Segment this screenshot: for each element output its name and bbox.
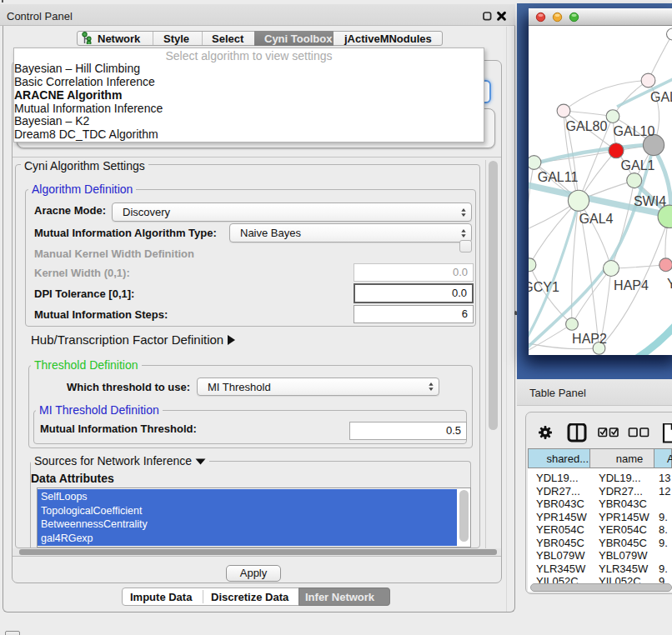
svg-text:GAL7: GAL7	[650, 90, 672, 104]
svg-text:GAL10: GAL10	[614, 124, 655, 138]
svg-text:GAL1: GAL1	[621, 158, 655, 172]
svg-text:HAP4: HAP4	[614, 278, 649, 292]
svg-text:GCY1: GCY1	[529, 280, 559, 294]
svg-text:GAL4: GAL4	[579, 212, 614, 226]
svg-text:HAP2: HAP2	[572, 332, 607, 346]
svg-text:GAL80: GAL80	[566, 119, 608, 133]
svg-text:SWI4: SWI4	[634, 194, 666, 208]
svg-text:YE: YE	[667, 277, 672, 291]
svg-text:GAL11: GAL11	[538, 170, 579, 184]
